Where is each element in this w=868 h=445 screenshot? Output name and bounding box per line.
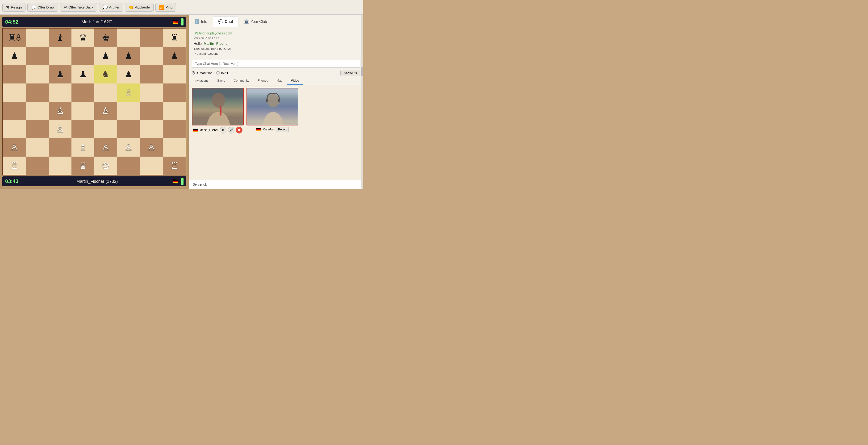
right-panel: ℹ️ Info 💬 Chat 🏛️ Your Club Waiting for …	[189, 14, 363, 189]
end-video-btn[interactable]: ✕	[236, 127, 243, 133]
square-h5[interactable]	[163, 84, 186, 102]
square-f1[interactable]	[117, 157, 140, 175]
square-g3[interactable]	[140, 120, 163, 138]
square-f5[interactable]: ♗	[117, 84, 140, 102]
square-e2[interactable]: ♙	[94, 138, 117, 157]
square-g6[interactable]	[140, 65, 163, 84]
square-a1[interactable]: ♖	[3, 157, 26, 175]
square-h4[interactable]	[163, 102, 186, 120]
square-g8[interactable]	[140, 29, 163, 47]
square-f8[interactable]	[117, 29, 140, 47]
arbiter-button[interactable]: 💭 Arbiter	[99, 3, 123, 11]
square-c4[interactable]: ♙	[49, 102, 72, 120]
square-a4[interactable]	[3, 102, 26, 120]
square-c2[interactable]	[49, 138, 72, 157]
remote-video-feed	[247, 89, 298, 125]
sub-tab-friends[interactable]: Friends	[254, 77, 272, 85]
chat-input[interactable]	[192, 60, 361, 68]
square-f4[interactable]	[117, 102, 140, 120]
square-h6[interactable]	[163, 65, 186, 84]
square-e1[interactable]: ♔	[94, 157, 117, 175]
square-c3[interactable]: ♙	[49, 120, 72, 138]
square-e8[interactable]: ♚	[94, 29, 117, 47]
scroll-track[interactable]	[361, 14, 363, 189]
radio-to-all[interactable]: To All	[216, 71, 228, 75]
remote-video-name: Mark-finn	[263, 128, 275, 131]
square-h7[interactable]: ♟	[163, 47, 186, 65]
piece-e7: ♟	[102, 52, 110, 60]
square-a2[interactable]: ♙	[3, 138, 26, 157]
sub-tab-game[interactable]: Game	[213, 77, 229, 85]
square-g1[interactable]	[140, 157, 163, 175]
sub-tab-more[interactable]: -	[304, 77, 312, 85]
sub-tab-map[interactable]: Map	[273, 77, 286, 85]
square-d6[interactable]: ♟	[71, 65, 94, 84]
square-a7[interactable]: ♟	[3, 47, 26, 65]
square-b2[interactable]	[26, 138, 49, 157]
square-g7[interactable]	[140, 47, 163, 65]
square-a6[interactable]	[3, 65, 26, 84]
offer-takeback-label: Offer Take Back	[68, 5, 93, 9]
square-d8[interactable]: ♛	[71, 29, 94, 47]
square-a5[interactable]	[3, 84, 26, 102]
square-f3[interactable]	[117, 120, 140, 138]
chess-board[interactable]: ♜8 ♝ ♛ ♚ ♜ ♟ ♟ ♟ ♟ ♟	[2, 28, 186, 176]
camera-btn[interactable]: ⚙	[220, 127, 226, 133]
square-e7[interactable]: ♟	[94, 47, 117, 65]
tab-info[interactable]: ℹ️ Info	[189, 17, 213, 27]
square-h3[interactable]	[163, 120, 186, 138]
square-e5[interactable]	[94, 84, 117, 102]
square-d4[interactable]	[71, 102, 94, 120]
offer-draw-button[interactable]: 💬 Offer Draw	[27, 3, 58, 11]
square-a3[interactable]	[3, 120, 26, 138]
square-b1[interactable]	[26, 157, 49, 175]
square-d1[interactable]: ♕	[71, 157, 94, 175]
square-d7[interactable]	[71, 47, 94, 65]
square-g4[interactable]	[140, 102, 163, 120]
tab-yourclub[interactable]: 🏛️ Your Club	[239, 17, 272, 27]
mic-btn[interactable]: 🎤	[228, 127, 235, 133]
shortcuts-button[interactable]: Shortcuts	[340, 70, 361, 76]
square-e4[interactable]: ♙	[94, 102, 117, 120]
square-b8[interactable]	[26, 29, 49, 47]
square-h8[interactable]: ♜	[163, 29, 186, 47]
square-f6[interactable]: ♟	[117, 65, 140, 84]
square-g5[interactable]	[140, 84, 163, 102]
square-h2[interactable]	[163, 138, 186, 157]
scroll-thumb[interactable]	[361, 67, 363, 76]
square-f7[interactable]: ♟	[117, 47, 140, 65]
ping-button[interactable]: 📶 Ping	[155, 3, 176, 11]
square-d2[interactable]: ♗	[71, 138, 94, 157]
radio-circle-all	[216, 71, 220, 74]
square-c1[interactable]	[49, 157, 72, 175]
square-d5[interactable]	[71, 84, 94, 102]
sub-tab-video[interactable]: Video	[287, 77, 303, 85]
square-e6[interactable]: ♞	[94, 65, 117, 84]
square-e3[interactable]	[94, 120, 117, 138]
square-c5[interactable]	[49, 84, 72, 102]
tab-chat[interactable]: 💬 Chat	[213, 17, 239, 27]
sub-tab-community[interactable]: Community	[230, 77, 253, 85]
radio-to-player[interactable]: -> Mark-finn	[192, 71, 213, 75]
sub-tab-invitations[interactable]: Invitations	[191, 77, 212, 85]
square-h1[interactable]: ♖	[163, 157, 186, 175]
square-b6[interactable]	[26, 65, 49, 84]
applaud-button[interactable]: 👏 Applaude	[125, 3, 153, 11]
square-f2[interactable]: ♙	[117, 138, 140, 157]
square-b5[interactable]	[26, 84, 49, 102]
square-b7[interactable]	[26, 47, 49, 65]
square-c8[interactable]: ♝	[49, 29, 72, 47]
square-b3[interactable]	[26, 120, 49, 138]
square-c6[interactable]: ♟	[49, 65, 72, 84]
square-g2[interactable]: ♙	[140, 138, 163, 157]
radio-all-label: To All	[220, 71, 228, 75]
square-b4[interactable]	[26, 102, 49, 120]
users-text: 1298 users, 10:42 (UTC+2h)	[194, 46, 359, 52]
square-d3[interactable]	[71, 120, 94, 138]
offer-takeback-button[interactable]: ↩ Offer Take Back	[60, 3, 97, 11]
bottom-player-bar: 03:43 Martin_Fischer (1782) 🇩🇪	[2, 177, 186, 186]
square-a8[interactable]: ♜8	[3, 29, 26, 47]
resign-button[interactable]: ✖ Resign	[2, 3, 26, 11]
report-button[interactable]: Report	[276, 127, 289, 132]
square-c7[interactable]	[49, 47, 72, 65]
